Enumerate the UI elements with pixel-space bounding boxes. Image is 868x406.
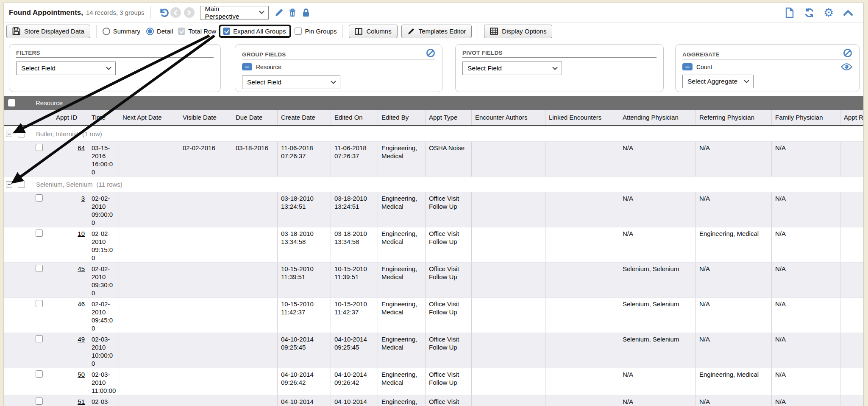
store-displayed-data-button[interactable]: Store Displayed Data: [6, 25, 90, 38]
group-field-label: Resource: [256, 64, 281, 70]
columns-button[interactable]: Columns: [349, 25, 397, 38]
table-cell: [179, 333, 232, 368]
table-cell: N/A: [771, 263, 840, 297]
column-header[interactable]: Family Physician: [771, 110, 840, 125]
next-perspective-icon[interactable]: [184, 7, 195, 18]
group-by-bar: Resource: [4, 96, 863, 110]
select-all-checkbox[interactable]: [8, 99, 15, 106]
group-checkbox[interactable]: [18, 181, 25, 188]
column-header[interactable]: Appt Type: [425, 110, 471, 125]
appt-id-link[interactable]: 64: [78, 144, 85, 151]
undo-icon[interactable]: [157, 6, 170, 20]
table-cell: 03-18-2010 13:24:51: [331, 192, 378, 227]
group-checkbox[interactable]: [18, 130, 25, 137]
collapse-group-button[interactable]: [6, 131, 12, 137]
edit-perspective-icon[interactable]: [272, 6, 286, 20]
table-cell: 04-10-2014 09:25:45: [277, 333, 331, 368]
expand-all-groups-checkbox[interactable]: [223, 28, 230, 35]
table-cell: Office Visit Follow Up: [425, 227, 471, 262]
group-row: Selenium, Selenium(11 rows): [4, 176, 863, 192]
column-header[interactable]: Time: [88, 110, 119, 125]
column-header[interactable]: Referring Physician: [696, 110, 771, 125]
table-cell: OSHA Noise: [425, 142, 471, 176]
group-fields-select-field[interactable]: Select Field: [242, 76, 340, 89]
total-row-checkbox[interactable]: Total Row: [178, 28, 216, 35]
table-cell: 02-02-2016: [179, 142, 232, 176]
appt-id-link[interactable]: 51: [78, 398, 85, 405]
table-cell: [119, 227, 179, 262]
row-checkbox[interactable]: [36, 265, 43, 272]
group-label: Selenium, Selenium: [36, 181, 92, 188]
table-cell: [119, 192, 179, 227]
total-row-checkbox-box[interactable]: [178, 28, 185, 35]
group-by-field-label: Resource: [36, 99, 63, 106]
pin-groups-checkbox-box[interactable]: [295, 28, 302, 35]
table-cell: 03-18-2010 13:34:58: [331, 227, 378, 262]
appt-id-link[interactable]: 10: [78, 230, 85, 237]
templates-editor-button[interactable]: Templates Editor: [401, 25, 472, 38]
table-cell: [471, 395, 545, 406]
row-checkbox[interactable]: [36, 335, 43, 342]
table-cell: 11-06-2018 07:26:37: [331, 142, 378, 176]
chevron-down-icon: [331, 78, 336, 84]
pivot-fields-header: PIVOT FIELDS: [462, 50, 503, 56]
column-header[interactable]: Visible Date: [179, 110, 232, 125]
filters-select-field[interactable]: Select Field: [16, 62, 116, 75]
row-checkbox[interactable]: [36, 230, 43, 237]
column-header[interactable]: Edited On: [331, 110, 378, 125]
column-header[interactable]: Next Apt Date: [119, 110, 179, 125]
perspective-select[interactable]: Main Perspective: [200, 6, 269, 20]
remove-group-field-button[interactable]: [242, 63, 252, 70]
table-cell: [840, 263, 864, 297]
row-checkbox[interactable]: [36, 398, 43, 405]
table-cell: [232, 227, 277, 262]
row-checkbox[interactable]: [36, 144, 43, 151]
detail-radio-circle[interactable]: [146, 28, 154, 35]
column-header[interactable]: Due Date: [232, 110, 277, 125]
table-cell: Engineering, Medical: [378, 368, 425, 395]
collapse-panel-icon[interactable]: [841, 6, 855, 20]
remove-aggregate-button[interactable]: [682, 63, 693, 70]
aggregate-visibility-eye-icon[interactable]: [841, 63, 852, 70]
pivot-select-field[interactable]: Select Field: [462, 62, 562, 75]
appt-id-link[interactable]: 50: [78, 371, 85, 378]
table-cell: [119, 333, 179, 368]
table-cell: [232, 333, 277, 368]
row-checkbox[interactable]: [36, 194, 43, 202]
pin-groups-checkbox[interactable]: Pin Groups: [295, 28, 337, 35]
table-cell: [119, 298, 179, 333]
table-cell: 02-02-2010 09:00:00: [88, 192, 119, 227]
column-header[interactable]: Create Date: [277, 110, 331, 125]
refresh-icon[interactable]: [802, 6, 816, 20]
table-cell: Office Visit Follow Up: [425, 333, 471, 368]
gear-icon[interactable]: ⚙: [822, 6, 835, 20]
detail-radio[interactable]: Detail: [146, 28, 173, 35]
table-cell: 04-10-2014 09:30:20: [331, 395, 378, 406]
column-header[interactable]: Edited By: [378, 110, 425, 125]
appt-id-link[interactable]: 45: [78, 265, 85, 272]
appt-id-link[interactable]: 46: [78, 300, 85, 308]
appt-id-link[interactable]: 3: [81, 195, 85, 202]
lock-perspective-icon[interactable]: [299, 6, 313, 20]
delete-perspective-icon[interactable]: [286, 6, 299, 20]
clear-aggregate-icon[interactable]: [843, 48, 852, 58]
chevron-down-icon: [106, 64, 111, 70]
row-select-cell: [4, 227, 45, 262]
column-header[interactable]: Linked Encounters: [545, 110, 619, 125]
clear-group-fields-icon[interactable]: [426, 48, 435, 58]
display-options-button[interactable]: Display Options: [484, 25, 552, 38]
aggregate-select[interactable]: Select Aggregate: [682, 75, 754, 88]
prev-perspective-icon[interactable]: [170, 7, 181, 18]
collapse-group-button[interactable]: [6, 181, 12, 188]
column-header[interactable]: Appt ID: [45, 110, 88, 125]
appt-id-cell: 50: [45, 368, 88, 395]
column-header[interactable]: Attending Physician: [619, 110, 696, 125]
new-document-icon[interactable]: [783, 6, 796, 20]
column-header[interactable]: Encounter Authors: [471, 110, 545, 125]
row-checkbox[interactable]: [36, 370, 43, 378]
appt-id-link[interactable]: 49: [78, 336, 85, 343]
column-header[interactable]: Appt Re: [840, 110, 864, 125]
row-checkbox[interactable]: [36, 300, 43, 307]
summary-radio-circle[interactable]: [103, 28, 110, 35]
summary-radio[interactable]: Summary: [103, 28, 140, 35]
